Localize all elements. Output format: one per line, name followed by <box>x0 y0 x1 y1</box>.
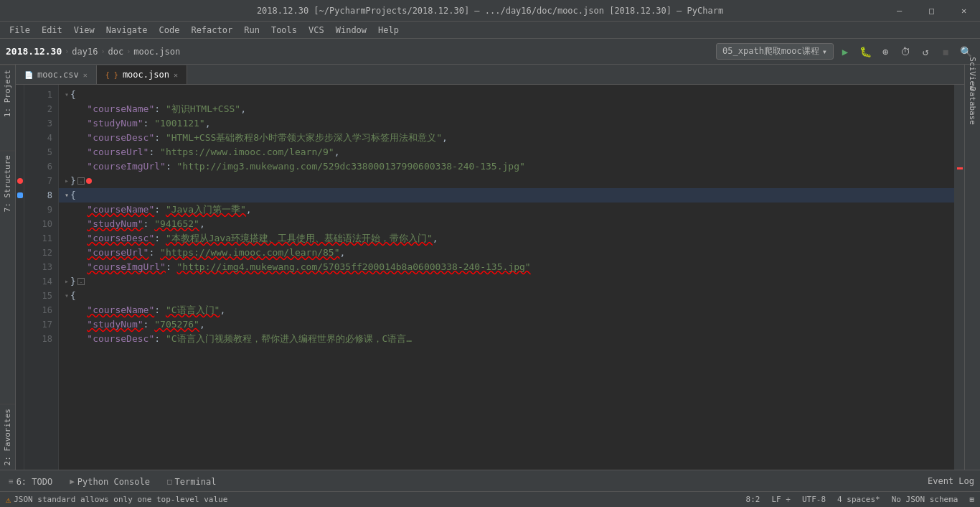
code-line-10: "studyNum": "941652", <box>59 217 954 231</box>
breadcrumb-doc[interactable]: doc <box>108 47 123 57</box>
terminal-icon: □ <box>167 477 172 486</box>
close-button[interactable]: ✕ <box>948 0 980 22</box>
run-config-selector[interactable]: 05_xpath爬取mooc课程 ▾ <box>716 43 834 60</box>
sidebar-tab-project[interactable]: 1: Project <box>0 65 15 121</box>
status-warning-item: ⚠ JSON standard allows only one top-leve… <box>6 495 227 505</box>
warning-icon: ⚠ <box>6 495 11 505</box>
stop-button[interactable]: ◼ <box>937 43 954 60</box>
breadcrumb: 2018.12.30 › day16 › doc › mooc.json <box>6 46 180 57</box>
line-numbers: 1 2 3 4 5 6 7 8 9 10 11 12 13 14 15 16 1… <box>24 85 59 470</box>
menu-navigate[interactable]: Navigate <box>100 24 154 37</box>
tab-bar: 📄 mooc.csv ✕ { } mooc.json ✕ <box>16 65 964 85</box>
maximize-button[interactable]: □ <box>915 0 948 22</box>
bottom-tab-terminal[interactable]: □ Terminal <box>164 470 219 492</box>
code-line-12: "courseUrl": "https://www.imooc.com/lear… <box>59 246 954 260</box>
sidebar-tab-structure[interactable]: 7: Structure <box>0 150 15 216</box>
code-line-17: "studyNum": "705276", <box>59 317 954 332</box>
run-config-dropdown-icon: ▾ <box>822 47 827 57</box>
code-line-4: "courseDesc": "HTML+CSS基础教程8小时带领大家步步深入学习… <box>59 131 954 145</box>
toolbar-right: 05_xpath爬取mooc课程 ▾ ▶ 🐛 ⊕ ⏱ ↺ ◼ 🔍 <box>716 43 974 60</box>
bottom-right: Event Log <box>928 476 974 486</box>
code-editor[interactable]: 1 2 3 4 5 6 7 8 9 10 11 12 13 14 15 16 1… <box>16 85 964 470</box>
layout-icon[interactable]: ⊞ <box>969 495 974 504</box>
bottom-tab-todo[interactable]: ≡ 6: TODO <box>6 470 55 492</box>
gutter <box>16 85 24 470</box>
left-sidebar: 1: Project 7: Structure 2: Favorites <box>0 65 16 470</box>
run-button[interactable]: ▶ <box>837 43 854 60</box>
code-line-6: "courseImgUrl": "http://img3.mukewang.co… <box>59 159 954 174</box>
debug-button[interactable]: 🐛 <box>857 43 874 60</box>
minimize-button[interactable]: — <box>883 0 915 22</box>
json-icon: { } <box>105 71 118 79</box>
code-line-1: ▾{ <box>59 88 954 102</box>
code-content[interactable]: ▾{ "courseName": "初识HTML+CSS", "studyNum… <box>59 85 954 470</box>
status-right: 8:2 LF ÷ UTF-8 4 spaces* No JSON schema … <box>746 495 974 504</box>
breadcrumb-day16[interactable]: day16 <box>72 47 98 57</box>
cursor-position[interactable]: 8:2 <box>746 495 760 504</box>
code-line-14: ▸}- <box>59 274 954 289</box>
code-line-9: "courseName": "Java入门第一季", <box>59 203 954 217</box>
menu-run[interactable]: Run <box>238 24 265 37</box>
menu-window[interactable]: Window <box>330 24 372 37</box>
sidebar-tab-favorites[interactable]: 2: Favorites <box>0 404 15 470</box>
event-log-label[interactable]: Event Log <box>928 476 974 486</box>
window-title: 2018.12.30 [~/PycharmProjects/2018.12.30… <box>257 6 723 16</box>
code-line-16: "courseName": "C语言入门", <box>59 303 954 317</box>
python-console-label: Python Console <box>77 477 150 487</box>
editor-area: 📄 mooc.csv ✕ { } mooc.json ✕ <box>16 65 964 470</box>
menu-code[interactable]: Code <box>154 24 186 37</box>
error-mark <box>957 167 963 169</box>
menu-help[interactable]: Help <box>372 24 405 37</box>
breadcrumb-file[interactable]: mooc.json <box>133 47 180 57</box>
line-ending[interactable]: LF ÷ <box>771 495 791 504</box>
code-line-7: ▸}- <box>59 174 954 188</box>
run-config-label: 05_xpath爬取mooc课程 <box>722 45 819 57</box>
tab-csv-close[interactable]: ✕ <box>83 71 88 79</box>
python-console-icon: ▶ <box>70 477 75 486</box>
code-line-18: "courseDesc": "C语言入门视频教程，帮你进入编程世界的必修课，C语… <box>59 332 954 346</box>
code-line-3: "studyNum": "1001121", <box>59 116 954 131</box>
tab-csv-label: mooc.csv <box>37 70 79 80</box>
breadcrumb-root[interactable]: 2018.12.30 <box>6 46 62 57</box>
run-with-coverage-button[interactable]: ⊕ <box>877 43 894 60</box>
code-line-13: "courseImgUrl": "http://img4.mukewang.co… <box>59 260 954 274</box>
tab-mooc-csv[interactable]: 📄 mooc.csv ✕ <box>16 65 97 84</box>
main-area: 1: Project 7: Structure 2: Favorites 📄 m… <box>0 65 980 470</box>
code-line-11: "courseDesc": "本教程从Java环境搭建、工具使用、基础语法开始，… <box>59 231 954 246</box>
status-bar: ⚠ JSON standard allows only one top-leve… <box>0 491 980 507</box>
title-bar: 2018.12.30 [~/PycharmProjects/2018.12.30… <box>0 0 980 22</box>
code-line-5: "courseUrl": "https://www.imooc.com/lear… <box>59 145 954 159</box>
terminal-label: Terminal <box>175 477 217 487</box>
toolbar: 2018.12.30 › day16 › doc › mooc.json 05_… <box>0 39 980 65</box>
menu-tools[interactable]: Tools <box>265 24 303 37</box>
encoding[interactable]: UTF-8 <box>802 495 826 504</box>
code-line-8: ▾{ <box>59 188 954 203</box>
menu-edit[interactable]: Edit <box>36 24 68 37</box>
bottom-panel: ≡ 6: TODO ▶ Python Console □ Terminal Ev… <box>0 470 980 491</box>
menu-bar: File Edit View Navigate Code Refactor Ru… <box>0 22 980 39</box>
tab-json-label: mooc.json <box>123 70 169 80</box>
menu-view[interactable]: View <box>68 24 100 37</box>
menu-refactor[interactable]: Refactor <box>185 24 238 37</box>
indent-info[interactable]: 4 spaces* <box>837 495 880 504</box>
tab-mooc-json[interactable]: { } mooc.json ✕ <box>97 65 187 84</box>
window-controls: — □ ✕ <box>883 0 980 22</box>
todo-tab-label: 6: TODO <box>17 477 53 487</box>
menu-file[interactable]: File <box>4 24 36 37</box>
bottom-tab-python-console[interactable]: ▶ Python Console <box>67 470 153 492</box>
rerun-button[interactable]: ↺ <box>917 43 934 60</box>
code-line-15: ▾{ <box>59 289 954 303</box>
right-sidebar: SciView Database <box>964 65 980 470</box>
menu-vcs[interactable]: VCS <box>303 24 330 37</box>
json-schema[interactable]: No JSON schema <box>892 495 958 504</box>
sidebar-tab-database[interactable]: Database <box>963 85 980 126</box>
todo-icon: ≡ <box>9 477 14 486</box>
profile-button[interactable]: ⏱ <box>897 43 914 60</box>
code-line-2: "courseName": "初识HTML+CSS", <box>59 102 954 116</box>
scrollbar[interactable] <box>954 85 964 470</box>
tab-json-close[interactable]: ✕ <box>174 71 178 79</box>
status-warning-text: JSON standard allows only one top-level … <box>14 495 227 504</box>
csv-icon: 📄 <box>24 71 33 79</box>
